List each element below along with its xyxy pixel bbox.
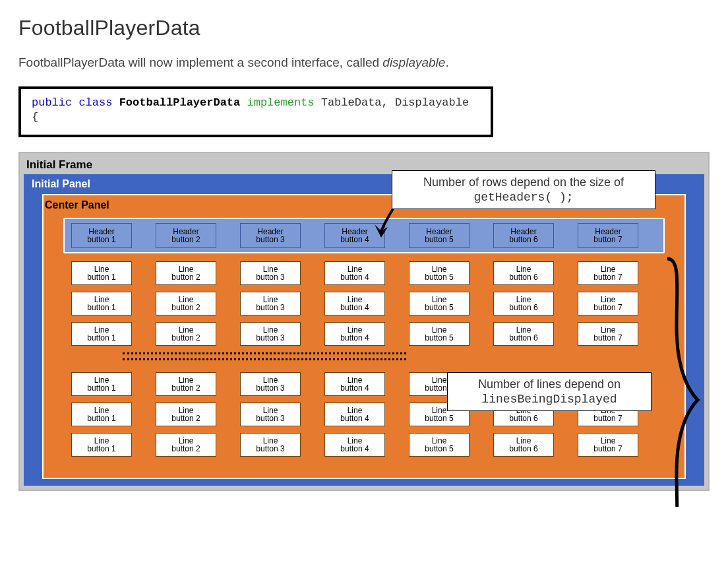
line-button[interactable]: Linebutton 7: [578, 433, 638, 457]
line-button[interactable]: Linebutton 5: [409, 322, 470, 346]
line-button[interactable]: Linebutton 1: [71, 403, 132, 426]
line-button[interactable]: Linebutton 7: [578, 292, 638, 315]
line-button[interactable]: Linebutton 4: [324, 403, 385, 426]
line-button-line2: button 2: [171, 384, 200, 393]
header-button-line2: button 6: [509, 236, 537, 244]
line-button[interactable]: Linebutton 1: [71, 372, 132, 396]
line-button[interactable]: Linebutton 5: [409, 292, 470, 315]
header-button-line2: button 7: [593, 236, 622, 244]
line-button-line2: button 2: [171, 273, 200, 282]
line-button-line2: button 5: [425, 273, 453, 282]
line-button[interactable]: Linebutton 4: [324, 322, 385, 346]
line-row: Linebutton 1Linebutton 2Linebutton 3Line…: [71, 433, 665, 457]
line-button[interactable]: Linebutton 4: [324, 372, 385, 396]
line-button[interactable]: Linebutton 5: [409, 261, 470, 285]
line-button[interactable]: Linebutton 2: [156, 403, 216, 426]
line-button[interactable]: Linebutton 4: [324, 292, 385, 315]
line-button-line2: button 6: [509, 334, 537, 342]
curly-brace-icon: [661, 255, 700, 507]
callout-lines: Number of lines depend on linesBeingDisp…: [447, 372, 652, 411]
line-button-line2: button 1: [87, 445, 115, 453]
line-button-line2: button 4: [340, 414, 369, 423]
line-button[interactable]: Linebutton 3: [240, 292, 301, 315]
header-button-line2: button 2: [171, 236, 200, 244]
line-button[interactable]: Linebutton 2: [156, 292, 216, 315]
line-button-line2: button 2: [171, 304, 200, 312]
line-button-line2: button 2: [171, 445, 200, 453]
initial-panel: Initial Panel Number of rows depend on t…: [24, 174, 704, 486]
line-row: Linebutton 1Linebutton 2Linebutton 3Line…: [71, 261, 665, 285]
line-button-line2: button 3: [256, 384, 284, 393]
intro-suffix: .: [445, 55, 448, 69]
line-button[interactable]: Linebutton 3: [240, 322, 301, 346]
header-button-line2: button 4: [340, 236, 369, 244]
line-button[interactable]: Linebutton 3: [240, 403, 301, 426]
callout-lines-line1: Number of lines depend on: [457, 377, 642, 392]
line-button-line2: button 3: [256, 273, 284, 282]
line-button[interactable]: Linebutton 1: [71, 322, 132, 346]
line-button-line2: button 3: [256, 445, 284, 453]
line-button[interactable]: Linebutton 1: [71, 261, 132, 285]
keyword-implements: implements: [247, 96, 314, 109]
line-button[interactable]: Linebutton 6: [493, 261, 554, 285]
line-button[interactable]: Linebutton 4: [324, 261, 385, 285]
line-button-line2: button 6: [509, 273, 537, 282]
callout-headers-line1: Number of rows depend on the size of: [402, 175, 646, 190]
keyword-public: public: [32, 96, 72, 109]
line-button[interactable]: Linebutton 4: [324, 433, 385, 457]
line-button-line2: button 5: [425, 304, 453, 312]
line-button-line2: button 1: [87, 273, 115, 282]
line-button-line2: button 1: [87, 414, 115, 423]
line-button[interactable]: Linebutton 7: [578, 261, 638, 285]
line-button[interactable]: Linebutton 1: [71, 292, 132, 315]
header-button[interactable]: Headerbutton 2: [156, 223, 216, 248]
line-button-line2: button 6: [509, 445, 537, 453]
line-button-line2: button 5: [425, 445, 453, 453]
line-button-line2: button 5: [425, 334, 453, 342]
implemented-types: TableData, Displayable: [321, 96, 469, 109]
page-title: FootballPlayerData: [18, 16, 710, 40]
line-button[interactable]: Linebutton 3: [240, 433, 301, 457]
line-button[interactable]: Linebutton 7: [578, 322, 638, 346]
callout-lines-line2: linesBeingDisplayed: [457, 392, 642, 407]
header-button[interactable]: Headerbutton 6: [493, 223, 554, 248]
header-button[interactable]: Headerbutton 7: [578, 223, 638, 248]
line-button[interactable]: Linebutton 5: [409, 433, 470, 457]
line-button-line2: button 1: [87, 334, 115, 342]
line-button-line2: button 3: [256, 304, 284, 312]
line-row: Linebutton 1Linebutton 2Linebutton 3Line…: [71, 322, 665, 346]
line-button-line2: button 7: [593, 445, 622, 453]
diagram-frame: Initial Frame Initial Panel Number of ro…: [18, 152, 710, 491]
line-button[interactable]: Linebutton 3: [240, 372, 301, 396]
line-button[interactable]: Linebutton 2: [156, 372, 216, 396]
line-button-line2: button 2: [171, 414, 200, 423]
keyword-class: class: [78, 96, 112, 109]
line-button[interactable]: Linebutton 2: [156, 261, 216, 285]
header-button[interactable]: Headerbutton 1: [71, 223, 132, 248]
header-button[interactable]: Headerbutton 5: [409, 223, 470, 248]
header-button-line2: button 5: [425, 236, 453, 244]
line-button[interactable]: Linebutton 6: [493, 322, 554, 346]
line-button[interactable]: Linebutton 6: [493, 433, 554, 457]
open-brace: {: [32, 111, 38, 123]
line-row: Linebutton 1Linebutton 2Linebutton 3Line…: [71, 292, 665, 315]
header-button[interactable]: Headerbutton 3: [240, 223, 301, 248]
line-button-line2: button 1: [87, 304, 115, 312]
line-button-line2: button 6: [509, 414, 537, 423]
intro-emphasis: displayable: [382, 55, 445, 69]
line-button[interactable]: Linebutton 1: [71, 433, 132, 457]
line-button[interactable]: Linebutton 3: [240, 261, 301, 285]
intro-paragraph: FootballPlayerData will now implement a …: [18, 53, 710, 72]
line-button[interactable]: Linebutton 6: [493, 292, 554, 315]
line-button[interactable]: Linebutton 2: [156, 322, 216, 346]
line-button-line2: button 4: [340, 273, 369, 282]
ellipsis-row: [123, 352, 406, 354]
line-button-line2: button 4: [340, 334, 369, 342]
header-button-line2: button 1: [87, 236, 115, 244]
line-button-line2: button 4: [340, 304, 369, 312]
header-button[interactable]: Headerbutton 4: [324, 223, 385, 248]
line-button-line2: button 6: [509, 304, 537, 312]
intro-prefix: FootballPlayerData will now implement a …: [18, 55, 382, 69]
line-button-line2: button 2: [171, 334, 200, 342]
line-button[interactable]: Linebutton 2: [156, 433, 216, 457]
